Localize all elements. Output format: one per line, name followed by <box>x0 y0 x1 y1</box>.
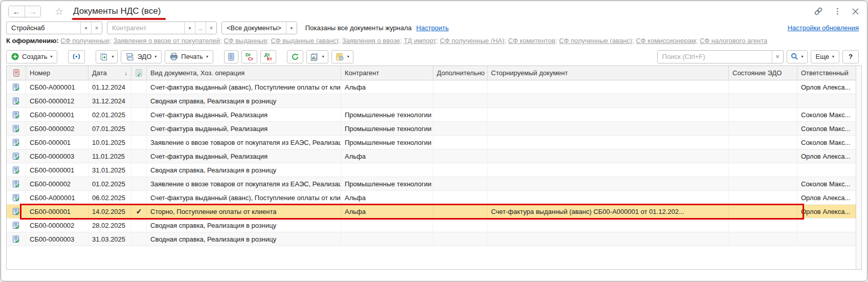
more-menu-icon[interactable]: ⋮ <box>834 7 841 16</box>
table-row[interactable]: СБ00-0000012 31.12.2024 Сводная справка,… <box>7 94 856 108</box>
cell-document-kind: Счет-фактура выданный, Реализация <box>147 149 341 163</box>
registration-link[interactable]: СФ полученные (НА) <box>440 37 504 45</box>
column-posted[interactable] <box>131 66 147 80</box>
column-date[interactable]: Дата↓ <box>88 66 131 80</box>
report-button[interactable]: ▾ <box>306 50 328 63</box>
create-button[interactable]: Создать▾ <box>6 50 57 63</box>
counterparty-filter[interactable]: Контрагент ▾ ... × <box>107 21 217 34</box>
page-title: Документы НДС (все) <box>73 6 161 17</box>
registration-link[interactable]: СФ комиссионерам <box>636 37 696 45</box>
registration-link[interactable]: ТД импорт <box>404 37 436 45</box>
organization-filter[interactable]: Стройснаб ▾ × <box>6 21 102 34</box>
clear-icon[interactable]: × <box>772 51 783 63</box>
cell-reversal-mark <box>131 219 147 232</box>
favorite-star-icon[interactable]: ☆ <box>55 7 63 16</box>
cell-reversal-mark <box>131 163 147 177</box>
registration-link[interactable]: Заявления о ввозе от покупателей <box>113 37 220 45</box>
events-button[interactable] <box>68 50 85 63</box>
cell-date: 01.02.2025 <box>88 177 131 190</box>
table-row[interactable]: СБ00-000001 14.02.2025 ✓ Сторно, Поступл… <box>7 205 856 219</box>
chevron-down-icon: ▾ <box>802 54 804 59</box>
cell-date: 31.03.2025 <box>88 232 131 246</box>
table-row[interactable]: СБ00-000002 01.02.2025 Заявление о ввозе… <box>7 177 856 191</box>
annotation-title-underline <box>72 18 166 20</box>
registration-links-row: К оформлению: СФ полученные; Заявления о… <box>1 36 867 48</box>
separator: ; <box>109 37 112 45</box>
edo-button[interactable]: ЭДО▾ <box>121 50 162 63</box>
registration-link[interactable]: СФ выданные <box>224 37 267 45</box>
column-marker[interactable] <box>7 66 26 80</box>
scheduled-docs-button[interactable]: ▾ <box>331 50 353 63</box>
filter-row: Стройснаб ▾ × Контрагент ▾ ... × <Все до… <box>1 20 867 36</box>
copy-create-button[interactable]: ▾ <box>96 50 118 63</box>
table-row[interactable]: СБ00-0000001 02.01.2025 Счет-фактура выд… <box>7 108 856 122</box>
table-row[interactable]: СБ00-0000002 28.02.2025 Сводная справка,… <box>7 219 856 232</box>
registration-link[interactable]: Заявления о ввозе <box>342 37 400 45</box>
cell-reversal-mark <box>131 149 147 163</box>
cell-date: 06.02.2025 <box>88 191 131 204</box>
document-kind-filter[interactable]: <Все документы> ▾ <box>221 21 297 34</box>
registration-link[interactable]: СФ налогового агента <box>700 37 767 45</box>
table-row[interactable]: СБ00-А000001 06.02.2025 Счет-фактура выд… <box>7 191 856 205</box>
separator: ; <box>220 37 222 45</box>
print-button[interactable]: Печать▾ <box>165 50 213 63</box>
cell-edo-state <box>729 191 797 204</box>
cell-responsible: Соколов Макс... <box>797 122 856 135</box>
column-additional[interactable]: Дополнительно <box>433 66 487 80</box>
dt-kt-button[interactable]: ДтКт <box>260 50 276 63</box>
configure-link[interactable]: Настроить <box>416 24 449 32</box>
registration-link[interactable]: СФ полученные (аванс) <box>559 37 632 45</box>
search-input[interactable] <box>658 51 772 63</box>
column-counterparty[interactable]: Контрагент <box>341 66 433 80</box>
register-records-button[interactable] <box>224 50 238 63</box>
chevron-down-icon[interactable]: ▾ <box>286 22 297 34</box>
table-row[interactable]: СБ00-0000003 31.03.2025 Сводная справка,… <box>7 232 856 246</box>
update-settings-link[interactable]: Настройки обновления <box>788 24 859 32</box>
close-icon[interactable] <box>852 8 859 15</box>
clear-icon[interactable]: × <box>206 22 216 34</box>
column-edo-state[interactable]: Состояние ЭДО <box>729 66 797 80</box>
posted-marker-icon <box>136 69 142 77</box>
link-icon[interactable] <box>814 7 823 16</box>
cell-reversed-document <box>487 219 729 232</box>
cell-reversed-document <box>487 177 729 190</box>
table-row[interactable]: СБ00-А000001 01.12.2024 Счет-фактура выд… <box>7 80 856 94</box>
chevron-down-icon: ▾ <box>50 54 52 59</box>
search-button[interactable]: ▾ <box>787 50 808 63</box>
cell-reversed-document: Счет-фактура выданный (аванс) СБ00-А0000… <box>487 205 729 218</box>
table-row[interactable]: СБ00-0000001 31.01.2025 Сводная справка,… <box>7 163 856 177</box>
column-responsible[interactable]: Ответственный <box>797 66 856 80</box>
cell-counterparty: Альфа <box>341 205 433 218</box>
registration-link[interactable]: СФ комитентов <box>508 37 555 45</box>
back-button[interactable]: ← <box>9 6 25 17</box>
column-kind[interactable]: Вид документа, Хоз. операция <box>147 66 341 80</box>
vertical-scrollbar[interactable] <box>856 66 861 269</box>
cell-document-kind: Сводная справка, Реализация в розницу <box>147 232 341 246</box>
table-row[interactable]: СБ00-0000002 07.01.2025 Счет-фактура выд… <box>7 122 856 136</box>
dr-cr-button[interactable]: DrCr <box>241 50 257 63</box>
registration-link[interactable]: СФ выданные (аванс) <box>271 37 338 45</box>
chevron-down-icon[interactable]: ▾ <box>184 22 195 34</box>
table-body: СБ00-А000001 01.12.2024 Счет-фактура выд… <box>7 80 856 246</box>
forward-button[interactable]: → <box>25 6 40 17</box>
table-row[interactable]: СБ00-0000003 11.01.2025 Счет-фактура выд… <box>7 149 856 163</box>
more-button[interactable]: Еще▾ <box>811 50 839 63</box>
registration-link[interactable]: СФ полученные <box>60 37 109 45</box>
clear-icon[interactable]: × <box>91 22 102 34</box>
cell-edo-state <box>729 149 797 163</box>
column-reversed-document[interactable]: Сторнируемый документ <box>487 66 729 80</box>
cell-reversed-document <box>487 149 729 163</box>
chevron-down-icon[interactable]: ▾ <box>80 22 91 34</box>
plus-circle-icon <box>11 53 19 60</box>
copy-document-icon <box>100 53 108 61</box>
cell-reversed-document <box>487 232 729 246</box>
back-arrow-icon: ← <box>13 7 20 16</box>
refresh-button[interactable] <box>287 50 303 63</box>
documents-table: Номер Дата↓ Вид документа, Хоз. операция… <box>6 66 862 270</box>
separator: ; <box>555 37 558 45</box>
help-button[interactable]: ? <box>842 50 859 63</box>
document-clock-icon <box>336 53 344 61</box>
column-number[interactable]: Номер <box>26 66 88 80</box>
table-row[interactable]: СБ00-000001 10.01.2025 Заявление о ввозе… <box>7 136 856 149</box>
ellipsis-icon[interactable]: ... <box>195 22 206 34</box>
